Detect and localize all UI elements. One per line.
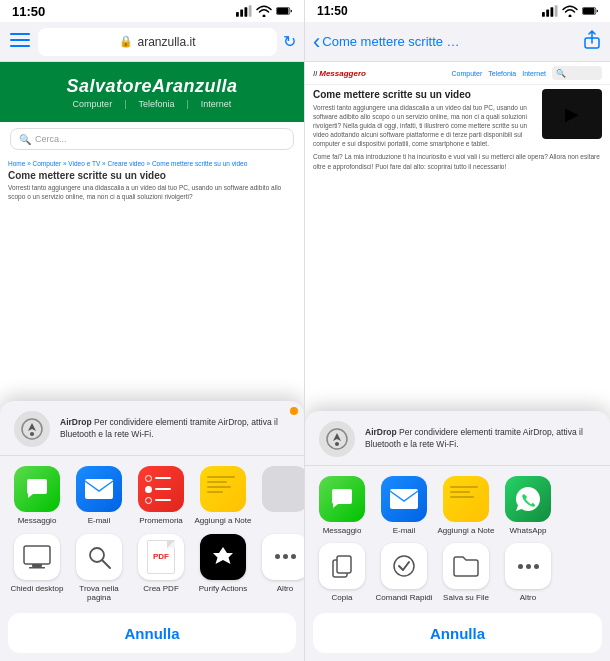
lock-icon: 🔒 [119,35,133,48]
svg-rect-0 [236,12,239,17]
right-wifi-icon [562,5,578,17]
app-mail-label: E-mail [88,516,111,526]
share-button[interactable] [582,30,602,54]
app-reminders-label: Promemoria [139,516,183,526]
right-share-sheet: AirDrop Per condividere elementi tramite… [305,411,610,661]
action-desktop[interactable]: Chiedi desktop [8,534,66,594]
copy-icon [319,543,365,589]
right-action-copy[interactable]: Copia [313,543,371,603]
back-button[interactable]: ‹ Come mettere scritte su un video |... [313,29,462,55]
right-app-mail[interactable]: E-mail [375,476,433,536]
right-action-more[interactable]: Altro [499,543,557,603]
right-browser-bar: ‹ Come mettere scritte su un video |... [305,22,610,62]
action-purify-label: Purify Actions [199,584,247,594]
right-app-whatsapp[interactable]: WhatsApp [499,476,557,536]
nav-computer[interactable]: Computer [73,99,113,109]
pdf-icon: PDF [138,534,184,580]
page-title: Come mettere scritte su un video [8,170,296,181]
action-find[interactable]: Trova nella pagina [70,534,128,603]
app-mail[interactable]: E-mail [70,466,128,526]
right-airdrop-desc: Per condividere elementi tramite AirDrop… [365,427,583,449]
right-text-column: Come mettere scritte su un video Vorrest… [313,89,536,148]
right-cancel-label: Annulla [430,625,485,642]
right-airdrop-text: AirDrop Per condividere elementi tramite… [365,427,596,451]
reminders-icon [138,466,184,512]
right-page-content: Il Messaggero Computer Telefonia Interne… [305,62,610,661]
right-page-body: Come mettere scritte su un video Vorrest… [305,85,610,152]
right-nav: Computer Telefonia Internet [451,70,546,77]
svg-rect-13 [32,564,42,567]
site-logo: SalvatoreAranzulla [66,76,237,97]
svg-point-10 [30,432,34,436]
svg-rect-19 [550,7,553,16]
svg-rect-17 [542,12,545,17]
url-bar[interactable]: 🔒 aranzulla.it [38,28,277,56]
right-action-copy-label: Copia [332,593,353,603]
right-battery-icon [582,5,598,17]
breadcrumb: Home » Computer » Video e TV » Creare vi… [8,160,296,167]
desktop-icon [14,534,60,580]
right-app-notes[interactable]: Aggiungi a Note [437,476,495,536]
site-nav: Computer | Telefonia | Internet [73,99,232,109]
search-bar[interactable]: 🔍 Cerca... [10,128,294,150]
left-status-icons [236,5,292,17]
right-whatsapp-icon [505,476,551,522]
svg-rect-26 [390,489,418,509]
svg-rect-1 [240,10,243,17]
action-more[interactable]: Altro [256,534,304,594]
video-thumbnail: ▶ [542,89,602,139]
right-status-icons [542,5,598,17]
right-action-commands-label: Comandi Rapidi [376,593,433,603]
right-action-folder[interactable]: Salva su File [437,543,495,603]
right-app-messages[interactable]: Messaggio [313,476,371,536]
page-body: Home » Computer » Video e TV » Creare vi… [0,156,304,205]
right-search[interactable]: 🔍 [552,66,602,80]
airdrop-text: AirDrop Per condividere elementi tramite… [60,417,290,441]
right-app-whatsapp-label: WhatsApp [510,526,547,536]
left-page-content: SalvatoreAranzulla Computer | Telefonia … [0,62,304,661]
url-text: aranzulla.it [137,35,195,49]
app-messages-label: Messaggio [18,516,57,526]
right-app-mail-label: E-mail [393,526,416,536]
right-nav-telefonia[interactable]: Telefonia [488,70,516,77]
right-app-messages-label: Messaggio [323,526,362,536]
right-nav-internet[interactable]: Internet [522,70,546,77]
svg-point-29 [394,556,414,576]
right-signal-icon [542,5,558,17]
svg-rect-18 [546,10,549,17]
right-cancel-button[interactable]: Annulla [313,613,602,653]
right-page-excerpt: Vorresti tanto aggiungere una didascalia… [313,103,536,148]
hamburger-menu-icon[interactable] [8,31,32,52]
right-notes-icon [443,476,489,522]
app-reminders[interactable]: Promemoria [132,466,190,526]
folder-icon [443,543,489,589]
svg-rect-28 [337,556,351,573]
left-cancel-button[interactable]: Annulla [8,613,296,653]
action-purify[interactable]: Purify Actions [194,534,252,594]
nav-internet[interactable]: Internet [201,99,232,109]
purify-icon [200,534,246,580]
svg-rect-6 [10,33,30,35]
right-page-header: Il Messaggero Computer Telefonia Interne… [305,62,610,85]
right-airdrop-icon [319,421,355,457]
find-icon [76,534,122,580]
notes-icon [200,466,246,512]
right-nav-computer[interactable]: Computer [451,70,482,77]
app-messages[interactable]: Messaggio [8,466,66,526]
messages-icon [14,466,60,512]
left-phone-panel: 11:50 [0,0,305,661]
svg-rect-3 [249,5,252,16]
svg-rect-8 [10,45,30,47]
action-pdf[interactable]: PDF Crea PDF [132,534,190,594]
right-page-title: Come mettere scritte su un video [313,89,536,100]
signal-icon [236,5,252,17]
site-logo: Il Messaggero [313,69,366,78]
right-airdrop-row: AirDrop Per condividere elementi tramite… [305,411,610,466]
right-time: 11:50 [317,4,348,18]
app-notes[interactable]: Aggiungi a Note [194,466,252,526]
action-find-label: Trova nella pagina [70,584,128,603]
nav-telefonia[interactable]: Telefonia [138,99,174,109]
right-action-commands[interactable]: Comandi Rapidi [375,543,433,603]
reload-icon[interactable]: ↻ [283,32,296,51]
right-apps-row: Messaggio E-mail [305,466,610,540]
